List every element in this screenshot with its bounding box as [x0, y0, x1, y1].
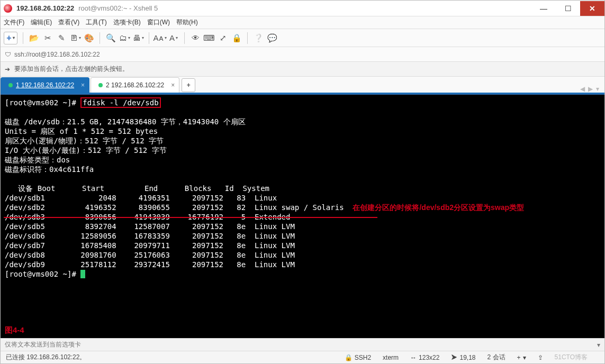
- status-size: ↔ 123x22: [410, 354, 439, 361]
- term-line: 磁盘标签类型：dos: [5, 156, 70, 164]
- term-line: Units = 扇区 of 1 * 512 = 512 bytes: [5, 127, 158, 135]
- status-dot-icon: [98, 83, 103, 87]
- send-to-text: 仅将文本发送到当前选项卡: [5, 340, 81, 349]
- new-session-button[interactable]: +: [4, 32, 17, 44]
- tab-close-icon[interactable]: ×: [81, 81, 85, 89]
- grid-icon: ⮞: [451, 354, 457, 361]
- term-header: 设备 Boot Start End Blocks Id System: [5, 184, 269, 193]
- figure-label: 图4-4: [5, 325, 24, 335]
- open-icon[interactable]: 📂: [29, 33, 39, 43]
- annotation-text: 在创建分区的时候将/dev/sdb2分区设置为swap类型: [353, 203, 524, 212]
- separator: [149, 32, 149, 44]
- tab-list-icon[interactable]: ▾: [596, 85, 599, 93]
- hint-bar: ➔ 要添加当前会话，点击左侧的箭头按钮。: [1, 62, 604, 77]
- address-bar[interactable]: 🛡 ssh://root@192.168.26.102:22: [1, 47, 604, 62]
- maximize-button[interactable]: ☐: [556, 1, 580, 16]
- tab-prev-icon[interactable]: ◀: [580, 85, 585, 93]
- separator: [100, 32, 100, 44]
- shell-prompt: [root@vms002 ~]#: [5, 270, 80, 278]
- menu-help[interactable]: 帮助(H): [176, 18, 198, 27]
- status-protocol: 🔒SSH2: [345, 354, 371, 361]
- app-window: 192.168.26.102:22 root@vms002:~ - Xshell…: [0, 0, 605, 364]
- menu-edit[interactable]: 编辑(E): [31, 18, 52, 27]
- status-cursor: ⮞ 19,18: [451, 354, 475, 361]
- table-row: /dev/sdb9 25178112 29372415 2097152 8e L…: [5, 260, 295, 269]
- tab-label: 1 192.168.26.102:22: [16, 81, 74, 89]
- shell-prompt: [root@vms002 ~]#: [5, 98, 80, 107]
- tab-add-button[interactable]: +: [182, 78, 195, 92]
- window-subtitle: root@vms002:~ - Xshell 5: [78, 4, 158, 12]
- watermark: 51CTO博客: [555, 353, 588, 362]
- cut-icon[interactable]: ✂: [42, 33, 53, 43]
- menu-bar: 文件(F) 编辑(E) 查看(V) 工具(T) 选项卡(B) 窗口(W) 帮助(…: [1, 16, 604, 29]
- send-to-bar[interactable]: 仅将文本发送到当前选项卡 ▾: [1, 338, 604, 351]
- keyboard-icon[interactable]: ⌨: [204, 33, 214, 43]
- view-icon[interactable]: 👁: [190, 33, 201, 43]
- close-button[interactable]: ✕: [580, 1, 604, 16]
- term-line: 磁盘 /dev/sdb：21.5 GB, 21474836480 字节，4194…: [5, 117, 246, 126]
- resize-icon: ↔: [410, 354, 417, 361]
- separator: [23, 32, 23, 44]
- table-row: /dev/sdb6 12589056 16783359 2097152 8e L…: [5, 232, 295, 240]
- status-caps: ⇪: [538, 354, 543, 361]
- cursor-icon: [80, 270, 85, 278]
- menu-window[interactable]: 窗口(W): [147, 18, 170, 27]
- letter-icon[interactable]: A: [168, 33, 179, 43]
- lock-icon: 🔒: [345, 354, 353, 361]
- table-row: /dev/sdb8 20981760 25176063 2097152 8e L…: [5, 251, 295, 259]
- term-line: I/O 大小(最小/最佳)：512 字节 / 512 字节: [5, 146, 167, 154]
- status-add[interactable]: + ▾: [517, 354, 526, 361]
- status-term: xterm: [383, 354, 399, 361]
- edit-icon[interactable]: ✎: [56, 33, 67, 43]
- window-title: 192.168.26.102:22: [16, 4, 74, 12]
- status-sessions: 2 会话: [487, 353, 505, 362]
- highlighted-command: fdisk -l /dev/sdb: [80, 97, 160, 108]
- tab-nav: ◀ ▶ ▾: [580, 85, 604, 93]
- help-icon[interactable]: ❔: [253, 33, 264, 43]
- hint-text: 要添加当前会话，点击左侧的箭头按钮。: [14, 65, 129, 74]
- doc-icon[interactable]: 🖹: [70, 33, 80, 43]
- address-text: ssh://root@192.168.26.102:22: [14, 51, 100, 58]
- term-line: 扇区大小(逻辑/物理)：512 字节 / 512 字节: [5, 136, 164, 145]
- chat-icon[interactable]: 💬: [267, 33, 277, 43]
- fullscreen-icon[interactable]: ⤢: [218, 33, 228, 43]
- menu-view[interactable]: 查看(V): [58, 18, 79, 27]
- minimize-button[interactable]: —: [531, 1, 556, 16]
- session-tabs: 1 192.168.26.102:22 × 2 192.168.26.102:2…: [1, 77, 604, 94]
- print-icon[interactable]: 🖶: [133, 33, 143, 43]
- menu-file[interactable]: 文件(F): [4, 18, 24, 27]
- terminal-output[interactable]: [root@vms002 ~]# fdisk -l /dev/sdb 磁盘 /d…: [1, 94, 604, 338]
- separator: [184, 32, 185, 44]
- sessions-icon[interactable]: 🗂: [119, 33, 130, 43]
- status-dot-icon: [8, 83, 13, 87]
- title-bar: 192.168.26.102:22 root@vms002:~ - Xshell…: [1, 1, 604, 16]
- tab-session-1[interactable]: 1 192.168.26.102:22 ×: [1, 77, 89, 93]
- tab-close-icon[interactable]: ×: [171, 81, 175, 89]
- toolbar: + 📂 ✂ ✎ 🖹 🎨 🔍 🗂 🖶 Aᴀ A 👁 ⌨ ⤢ 🔒 ❔ 💬: [1, 29, 604, 47]
- tab-next-icon[interactable]: ▶: [588, 85, 593, 93]
- tab-session-2[interactable]: 2 192.168.26.102:22 ×: [91, 77, 179, 93]
- protocol-lock-icon: 🛡: [5, 51, 11, 58]
- annotation-underline: [4, 217, 377, 218]
- lock-icon[interactable]: 🔒: [231, 33, 242, 43]
- table-row: /dev/sdb1 2048 4196351 2097152 83 Linux: [5, 194, 277, 202]
- term-line: 磁盘标识符：0x4c611ffa: [5, 165, 94, 174]
- tab-label: 2 192.168.26.102:22: [106, 81, 164, 89]
- table-row: /dev/sdb2 4196352 8390655 2097152 82 Lin…: [5, 203, 344, 212]
- table-row: /dev/sdb5 8392704 12587007 2097152 8e Li…: [5, 222, 295, 231]
- hint-arrow-icon[interactable]: ➔: [5, 66, 10, 73]
- font-icon[interactable]: Aᴀ: [155, 33, 165, 43]
- menu-tab[interactable]: 选项卡(B): [113, 18, 141, 27]
- menu-tools[interactable]: 工具(T): [86, 18, 106, 27]
- status-bar: 已连接 192.168.26.102:22。 🔒SSH2 xterm ↔ 123…: [1, 351, 604, 363]
- palette-icon[interactable]: 🎨: [84, 33, 94, 43]
- table-row: /dev/sdb7 16785408 20979711 2097152 8e L…: [5, 241, 295, 250]
- app-icon: [4, 4, 12, 13]
- status-connected: 已连接 192.168.26.102:22。: [6, 353, 86, 362]
- caps-icon: ⇪: [538, 354, 543, 361]
- search-icon[interactable]: 🔍: [105, 33, 116, 43]
- separator: [247, 32, 248, 44]
